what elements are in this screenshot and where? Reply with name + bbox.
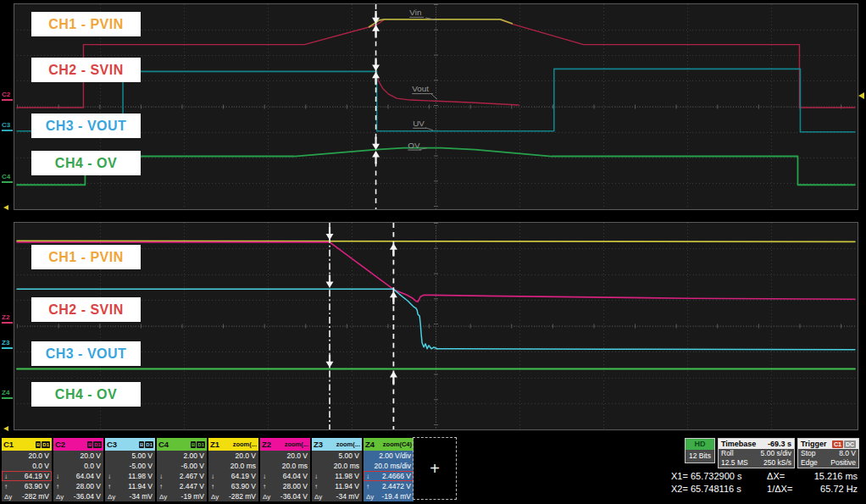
- descriptor-box-c2[interactable]: C2BD120.0 V0.0 V↓64.04 V↑28.00 VΔy-36.04…: [53, 438, 103, 501]
- descriptor-row: ↓11.98 V: [312, 471, 362, 481]
- timebase-samples: 12.5 MS: [721, 458, 748, 468]
- descriptor-row: 2.00 V/div: [364, 451, 414, 461]
- descriptor-row: 5.00 V: [105, 451, 155, 461]
- descriptor-subtitle: zoom(...: [271, 440, 308, 448]
- descriptor-row-value: -36.04 V: [74, 492, 101, 501]
- trigger-level: 8.0 V: [839, 449, 856, 458]
- descriptor-header-c3[interactable]: C3BD1: [105, 438, 155, 451]
- channel-label-ch1-pvin: CH1 - PVIN: [31, 12, 141, 36]
- channel-label-ch4-ov: CH4 - OV: [31, 382, 141, 407]
- descriptor-row: ↑28.00 V: [260, 481, 310, 491]
- cursor-arrow-up-icon: [390, 243, 397, 249]
- descriptor-row-symbol: ↓: [4, 473, 8, 480]
- descriptor-header-c1[interactable]: C1BD1: [2, 438, 52, 451]
- descriptor-row: Δy-36.04 V: [53, 491, 103, 501]
- cursor-arrow-up-icon: [372, 151, 380, 157]
- channel-label-ch3-vout: CH3 - VOUT: [31, 114, 141, 138]
- descriptor-subtitle: zoom(...: [219, 440, 257, 448]
- timebase-mode: Roll: [721, 449, 734, 458]
- descriptor-row-symbol: Δy: [56, 493, 64, 501]
- descriptor-header-c2[interactable]: C2BD1: [53, 438, 103, 451]
- top-waveform-svg: VinVoutUVOV: [14, 4, 858, 209]
- descriptor-row: 20.0 V: [2, 451, 52, 461]
- descriptor-subtitle: zoom(...: [323, 440, 360, 448]
- descriptor-id: C2: [55, 440, 65, 449]
- zero-level-marker-c4[interactable]: C4: [2, 174, 13, 183]
- descriptor-row: 20.0 V: [208, 451, 258, 461]
- descriptor-header-z4[interactable]: Z4zoom(C4): [364, 438, 414, 451]
- descriptor-row-value: -5.00 V: [130, 462, 153, 470]
- descriptor-row-symbol: Δy: [314, 493, 322, 501]
- zero-level-marker-c3[interactable]: C3: [2, 122, 13, 131]
- timebase-samplerate: 250 kS/s: [763, 458, 791, 468]
- descriptor-row: ↓2.4666 V: [364, 471, 414, 481]
- descriptor-subtitle: zoom(C4): [375, 440, 412, 448]
- descriptor-header-z3[interactable]: Z3zoom(...: [312, 438, 362, 451]
- descriptor-row: Δy-19 mV: [157, 491, 207, 501]
- descriptor-row: ↑11.94 V: [312, 481, 362, 491]
- descriptor-row: -6.00 V: [157, 461, 207, 471]
- zero-level-marker-z4[interactable]: Z4: [2, 390, 13, 399]
- descriptor-box-c1[interactable]: C1BD120.0 V0.0 V↓64.19 V↑63.90 VΔy-282 m…: [2, 438, 52, 501]
- descriptor-row-value: -19 mV: [181, 492, 204, 501]
- descriptor-box-z1[interactable]: Z1zoom(...20.0 V20.0 ms↓64.19 V↑63.90 VΔ…: [208, 438, 258, 501]
- descriptor-header-z2[interactable]: Z2zoom(...: [260, 438, 310, 451]
- descriptor-row: ↓64.04 V: [53, 471, 103, 481]
- descriptor-header-c4[interactable]: C4BD1: [157, 438, 207, 451]
- descriptor-row-value: -36.04 V: [280, 492, 308, 501]
- descriptor-row: Δy-282 mV: [208, 491, 258, 501]
- annotation-leader-line: [425, 128, 433, 130]
- trigger-coupling-badge: DC: [844, 440, 856, 448]
- timebase-box[interactable]: Timebase -69.3 s Roll 5.00 s/div 12.5 MS…: [718, 438, 795, 468]
- channel-label-ch4-ov: CH4 - OV: [31, 151, 141, 175]
- descriptor-row: 20.0 ms: [208, 461, 258, 471]
- annotation-vout: Vout: [412, 84, 429, 93]
- trace-c2-svin: [376, 72, 519, 105]
- descriptor-badge-b: B: [191, 441, 196, 448]
- trigger-state: Stop: [801, 449, 816, 458]
- descriptor-header-z1[interactable]: Z1zoom(...: [208, 438, 258, 451]
- cursor-readout: X1= 65.732900 s ΔX= 15.216 ms X2= 65.748…: [671, 470, 858, 496]
- descriptor-row-value: 2.467 V: [180, 472, 204, 480]
- descriptor-row: ↑11.94 V: [105, 481, 155, 491]
- descriptor-row-value: 64.04 V: [283, 472, 308, 480]
- trigger-box[interactable]: Trigger C1 DC Stop 8.0 V Edge Positive: [797, 438, 859, 468]
- hd-mode-bits: 12 Bits: [686, 450, 714, 462]
- descriptor-row-value: 5.00 V: [131, 451, 153, 460]
- descriptor-box-z3[interactable]: Z3zoom(...5.00 V20.0 ms↓11.98 V↑11.94 VΔ…: [312, 438, 362, 501]
- descriptor-row-value: 20.0 V: [235, 451, 256, 460]
- hd-mode-title: HD: [686, 439, 714, 450]
- descriptor-box-z2[interactable]: Z2zoom(...20.0 V20.0 ms↓64.04 V↑28.00 VΔ…: [260, 438, 310, 501]
- cursor-arrow-up-icon: [390, 371, 397, 377]
- descriptor-row-value: 20.0 V: [286, 451, 308, 460]
- cursor-invdx-value: 65.72 Hz: [805, 483, 858, 496]
- trigger-level-marker-icon[interactable]: [858, 92, 864, 99]
- annotation-vin: Vin: [409, 8, 421, 17]
- trigger-title: Trigger: [801, 440, 827, 448]
- descriptor-row-symbol: Δy: [159, 493, 167, 501]
- cursor-dx-label: ΔX=: [767, 470, 802, 483]
- trigger-source-badge: C1: [832, 440, 843, 448]
- descriptor-row-value: 0.0 V: [84, 462, 101, 470]
- descriptor-box-z4[interactable]: Z4zoom(C4)2.00 V/div20.0 ms/div↓2.4666 V…: [364, 438, 414, 501]
- descriptor-row: -5.00 V: [105, 461, 155, 471]
- descriptor-row: 20.0 ms: [260, 461, 310, 471]
- descriptor-row: ↓64.19 V: [2, 471, 52, 481]
- descriptor-box-c4[interactable]: C4BD12.00 V-6.00 V↓2.467 V↑2.447 VΔy-19 …: [157, 438, 207, 501]
- zero-level-marker-z3[interactable]: Z3: [2, 340, 13, 349]
- descriptor-row: ↓11.98 V: [105, 471, 155, 481]
- hd-mode-box[interactable]: HD 12 Bits: [685, 438, 715, 463]
- descriptor-row: ↑63.90 V: [2, 481, 52, 491]
- descriptor-box-c3[interactable]: C3BD15.00 V-5.00 V↓11.98 V↑11.94 VΔy-34 …: [105, 438, 155, 501]
- zero-level-marker-z2[interactable]: Z2: [2, 314, 13, 324]
- trigger-time-marker-top-icon: [3, 205, 8, 210]
- add-trace-tile[interactable]: +: [413, 437, 457, 500]
- descriptor-badge-d1: D1: [197, 441, 205, 448]
- descriptor-row-value: 2.4666 V: [382, 472, 411, 480]
- descriptor-row-value: -282 mV: [22, 492, 49, 501]
- descriptor-badge-b: B: [87, 441, 92, 448]
- descriptor-row-value: 11.98 V: [335, 472, 359, 480]
- zero-level-marker-c2[interactable]: C2: [2, 91, 13, 101]
- descriptor-row-symbol: Δy: [263, 493, 270, 501]
- descriptor-row: Δy-34 mV: [312, 491, 362, 501]
